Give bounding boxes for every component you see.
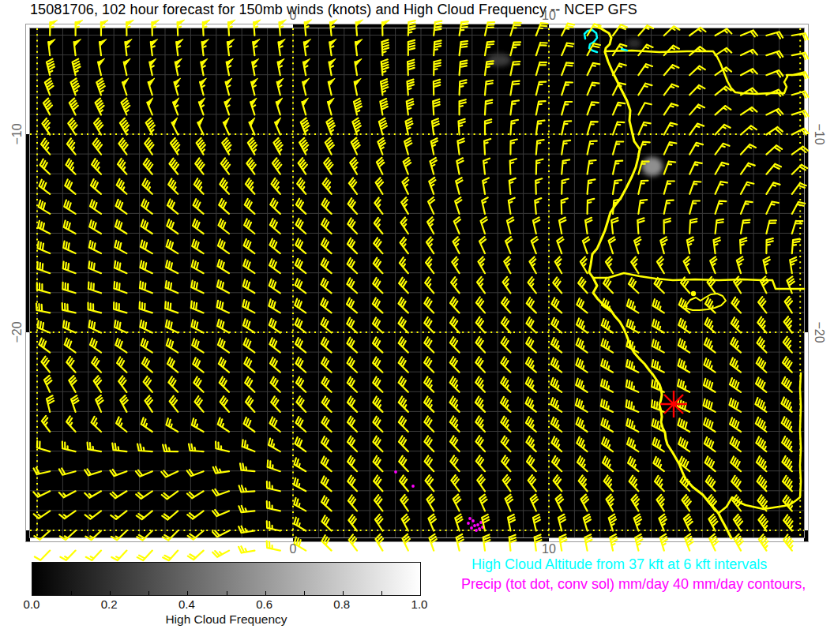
lat-tick-left-neg20: −20 (10, 313, 24, 352)
lon-tick-bottom-10: 10 (532, 542, 566, 556)
colorbar-tick-label: 0.4 (169, 597, 204, 611)
weather-forecast-chart-page: 15081706, 102 hour forecast for 150mb wi… (0, 0, 834, 644)
lat-tick-left-neg10: −10 (10, 114, 24, 154)
colorbar-minor-tick (381, 591, 382, 595)
colorbar-minor-tick (187, 591, 188, 595)
colorbar-minor-tick (110, 591, 111, 595)
colorbar-minor-tick (148, 591, 149, 595)
colorbar-minor-tick (265, 591, 266, 595)
colorbar-tick-label: 0.0 (14, 597, 49, 611)
lon-tick-bottom-0: 0 (276, 542, 310, 556)
lon-tick-top-0: 0 (276, 9, 310, 23)
colorbar-tick-label: 0.2 (92, 597, 126, 611)
lat-tick-right-neg20: −20 (812, 313, 826, 352)
lat-tick-right-neg10: −10 (812, 114, 826, 154)
colorbar-gradient (32, 562, 421, 596)
colorbar-minor-tick (304, 591, 305, 595)
colorbar-minor-tick (71, 591, 72, 595)
wind-barb-map (0, 0, 834, 644)
legend-precip: Precip (tot dot, conv sol) mm/day 40 mm/… (461, 576, 806, 593)
colorbar-tick-label: 1.0 (402, 597, 437, 611)
colorbar-tick-label: 0.6 (247, 597, 282, 611)
colorbar-minor-tick (227, 591, 227, 595)
colorbar-caption: High Cloud Frequency (32, 612, 421, 627)
colorbar-tick-label: 0.8 (325, 597, 359, 611)
legend-cloud-altitude: High Cloud Altitude from 37 kft at 6 kft… (471, 556, 767, 573)
lon-tick-top-10: 10 (532, 9, 566, 23)
colorbar-minor-tick (343, 591, 344, 595)
site-marker-star (660, 391, 687, 417)
etosha-dot (691, 291, 696, 296)
